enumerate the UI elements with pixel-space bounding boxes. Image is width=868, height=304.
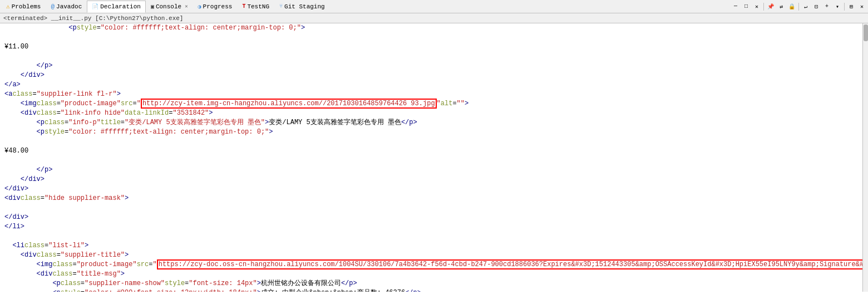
tab-label: Javadoc bbox=[56, 3, 82, 10]
close-view-button[interactable]: ✕ bbox=[752, 2, 762, 12]
lock-button[interactable]: 🔒 bbox=[787, 2, 797, 12]
tab-label: Declaration bbox=[100, 3, 141, 10]
url-highlight-2: https://zcy-doc.oss-cn-hangzhou.aliyuncs… bbox=[157, 259, 862, 269]
tab-label: Problems bbox=[12, 3, 41, 10]
vertical-scrollbar[interactable] bbox=[862, 23, 868, 292]
code-line: <div class="supplier-title"> bbox=[4, 251, 862, 260]
tab-progress[interactable]: ◑ Progress bbox=[193, 1, 238, 13]
url-highlight-1: http://zcy-item.img-cn-hangzhou.aliyuncs… bbox=[141, 99, 437, 109]
code-line: <p class="supplier-name-show" style="fon… bbox=[4, 279, 862, 288]
tab-testng[interactable]: T TestNG bbox=[237, 1, 274, 13]
code-scroll[interactable]: <p style="color: #ffffff;text-align: cen… bbox=[0, 23, 862, 292]
code-line: <p style="color: #999;font-size: 12px;wi… bbox=[4, 288, 862, 292]
tab-declaration[interactable]: 📄 Declaration bbox=[87, 1, 146, 13]
code-line bbox=[4, 156, 862, 165]
code-line: <li class="list-li"> bbox=[4, 241, 862, 251]
code-line: </div> bbox=[4, 175, 862, 184]
code-line: </li> bbox=[4, 222, 862, 232]
code-line: <p class="info-p" title="变类/LAMY 5支装高雅签字… bbox=[4, 118, 862, 128]
code-line-url1: <img class="product-image" src="http://z… bbox=[4, 99, 862, 109]
code-line bbox=[4, 33, 862, 42]
code-line-price2: ¥48.00 bbox=[4, 146, 862, 156]
code-line-url2: <img class="product-image" src="https://… bbox=[4, 260, 862, 269]
minimize-button[interactable]: ─ bbox=[731, 2, 741, 12]
code-line: </div> bbox=[4, 184, 862, 194]
maximize-button[interactable]: □ bbox=[741, 2, 751, 12]
tab-label: Console bbox=[156, 3, 181, 10]
code-content: <p style="color: #ffffff;text-align: cen… bbox=[0, 23, 862, 292]
toolbar-separator-3 bbox=[844, 3, 845, 11]
wrap-button[interactable]: ↵ bbox=[801, 2, 811, 12]
decl-icon: 📄 bbox=[92, 3, 98, 10]
tab-console[interactable]: ▣ Console ✕ bbox=[146, 1, 193, 13]
new-console-button[interactable]: + bbox=[822, 2, 832, 12]
tab-bar: ⚠ Problems @ Javadoc 📄 Declaration ▣ Con… bbox=[0, 0, 868, 13]
console-icon: ▣ bbox=[151, 3, 154, 10]
code-line: </div> bbox=[4, 213, 862, 222]
code-line: <p style="color: #ffffff;text-align: cen… bbox=[4, 23, 862, 33]
at-icon: @ bbox=[51, 3, 55, 10]
code-line bbox=[4, 232, 862, 241]
code-line bbox=[4, 52, 862, 61]
code-line: <a class="supplier-link fl-r"> bbox=[4, 90, 862, 99]
status-bar: <terminated> __init__.py [C:\Python27\py… bbox=[0, 13, 868, 23]
tab-problems[interactable]: ⚠ Problems bbox=[1, 1, 46, 13]
code-line: </a> bbox=[4, 80, 862, 90]
toolbar-separator-1 bbox=[763, 3, 764, 11]
tab-javadoc[interactable]: @ Javadoc bbox=[46, 1, 87, 13]
code-line bbox=[4, 137, 862, 146]
sync-button[interactable]: ⇄ bbox=[776, 2, 786, 12]
code-area: <p style="color: #ffffff;text-align: cen… bbox=[0, 23, 868, 292]
toolbar-separator-2 bbox=[798, 3, 799, 11]
progress-icon: ◑ bbox=[198, 3, 201, 10]
warning-icon: ⚠ bbox=[6, 3, 10, 10]
view-menu-button[interactable]: ▾ bbox=[832, 2, 842, 12]
tab-label: TestNG bbox=[247, 3, 269, 10]
code-line: </p> bbox=[4, 61, 862, 71]
status-text: <terminated> __init__.py [C:\Python27\py… bbox=[3, 15, 183, 22]
tab-label: Progress bbox=[203, 3, 233, 10]
right-toolbar: ─ □ ✕ 📌 ⇄ 🔒 ↵ ⊡ + ▾ ⊞ ✕ bbox=[731, 2, 867, 12]
git-icon: ⑂ bbox=[279, 3, 283, 9]
testng-icon: T bbox=[242, 3, 245, 9]
close-icon[interactable]: ✕ bbox=[185, 3, 188, 9]
code-line: </p> bbox=[4, 165, 862, 175]
code-line: <p style="color: #ffffff;text-align: cen… bbox=[4, 128, 862, 137]
code-line: <div class="hide supplier-mask"> bbox=[4, 194, 862, 203]
pin-button[interactable]: 📌 bbox=[766, 2, 776, 12]
scrollbar-thumb[interactable] bbox=[864, 24, 868, 41]
code-line bbox=[4, 203, 862, 213]
code-line: <div class="title-msg"> bbox=[4, 269, 862, 279]
close-console-button[interactable]: ✕ bbox=[857, 2, 867, 12]
code-line: <div class="link-info hide" data-linkId=… bbox=[4, 109, 862, 118]
open-external-button[interactable]: ⊡ bbox=[811, 2, 821, 12]
code-line: </div> bbox=[4, 71, 862, 80]
code-line-price1: ¥11.00 bbox=[4, 42, 862, 52]
tab-label: Git Staging bbox=[284, 3, 325, 10]
restore-default-button[interactable]: ⊞ bbox=[846, 2, 856, 12]
tab-git-staging[interactable]: ⑂ Git Staging bbox=[274, 1, 330, 13]
